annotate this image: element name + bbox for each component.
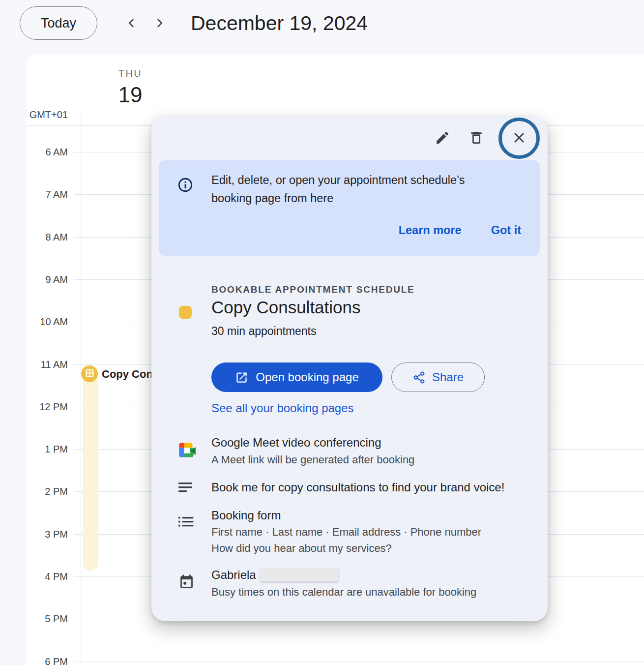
got-it-link[interactable]: Got it [491, 224, 521, 237]
redacted-last-name [261, 568, 338, 581]
meet-subtitle: A Meet link will be generated after book… [211, 453, 414, 466]
hour-gridline [81, 662, 644, 662]
day-name-label: THU [115, 68, 146, 79]
previous-day-button[interactable] [120, 12, 143, 35]
open-booking-page-button[interactable]: Open booking page [211, 363, 382, 392]
hour-tick [74, 407, 81, 407]
hour-tick [74, 279, 81, 280]
calendar-icon [178, 574, 195, 590]
hour-label: 9 AM [27, 273, 68, 286]
schedule-title: Copy Consultations [211, 298, 361, 317]
booking-form-icon [178, 516, 194, 529]
info-banner: Edit, delete, or open your appointment s… [159, 160, 540, 256]
hour-tick [74, 576, 81, 577]
hour-label: 7 AM [27, 188, 68, 201]
hour-tick [74, 322, 81, 322]
calendar-header: Today December 19, 2024 [0, 0, 644, 54]
edit-button[interactable] [431, 126, 454, 150]
hour-tick [74, 619, 81, 619]
hour-tick [74, 364, 81, 365]
hour-label: 8 AM [27, 231, 68, 243]
hour-label: 1 PM [27, 443, 68, 455]
share-button-label: Share [432, 370, 464, 384]
description-icon [178, 482, 194, 494]
schedule-kicker: BOOKABLE APPOINTMENT SCHEDULE [211, 284, 415, 295]
banner-links: Learn more Got it [399, 224, 521, 237]
share-icon [412, 371, 426, 384]
hour-label: 4 PM [27, 570, 68, 583]
delete-button[interactable] [465, 126, 488, 150]
booking-form-question: How did you hear about my services? [211, 542, 392, 555]
grid-icon [85, 368, 94, 380]
open-booking-page-label: Open booking page [256, 370, 359, 384]
hour-tick [74, 662, 81, 662]
hour-label: 11 AM [27, 358, 68, 371]
hour-label: 5 PM [27, 612, 68, 625]
hour-tick [74, 491, 81, 492]
learn-more-link[interactable]: Learn more [399, 224, 462, 237]
appointment-schedule-popup: Edit, delete, or open your appointment s… [151, 117, 548, 621]
booking-form-title: Booking form [211, 509, 281, 522]
hour-label: 6 AM [27, 146, 68, 158]
booking-form-fields: First name · Last name · Email address ·… [211, 526, 481, 539]
calendar-color-chip [179, 306, 192, 319]
timezone-label: GMT+01 [28, 109, 68, 121]
appointment-schedule-badge[interactable] [81, 365, 98, 382]
hour-tick [74, 237, 81, 238]
hour-tick [74, 449, 81, 450]
owner-row: Gabriela [211, 568, 338, 582]
hour-tick [74, 152, 81, 152]
schedule-subtitle: 30 min appointments [211, 325, 317, 338]
open-in-new-icon [235, 371, 248, 384]
hour-label: 6 PM [27, 655, 68, 665]
hour-tick [74, 194, 81, 195]
today-button[interactable]: Today [20, 6, 97, 40]
info-icon [177, 177, 194, 195]
close-button[interactable] [498, 118, 540, 159]
owner-name: Gabriela [211, 568, 256, 581]
meet-title: Google Meet video conferencing [211, 436, 381, 450]
date-title: December 19, 2024 [191, 12, 368, 35]
next-day-button[interactable] [148, 12, 171, 35]
today-button-label: Today [41, 16, 76, 31]
close-icon [511, 129, 527, 148]
hour-label: 2 PM [27, 485, 68, 498]
day-column-border [81, 108, 81, 665]
chevron-right-icon [152, 16, 167, 32]
share-button[interactable]: Share [391, 363, 485, 392]
chevron-left-icon [124, 16, 139, 32]
pencil-icon [435, 130, 450, 147]
day-number[interactable]: 19 [115, 83, 146, 107]
trash-icon [468, 130, 484, 147]
appointment-schedule-event[interactable] [83, 365, 98, 571]
hour-label: 3 PM [27, 528, 68, 541]
schedule-description: Book me for copy consultations to find y… [211, 481, 504, 494]
owner-note: Busy times on this calendar are unavaila… [211, 586, 476, 599]
banner-message: Edit, delete, or open your appointment s… [211, 171, 506, 208]
hour-label: 10 AM [27, 315, 68, 328]
hour-label: 12 PM [27, 400, 68, 413]
hour-tick [74, 534, 81, 535]
see-all-booking-pages-link[interactable]: See all your booking pages [211, 401, 354, 415]
google-meet-icon [177, 441, 198, 461]
